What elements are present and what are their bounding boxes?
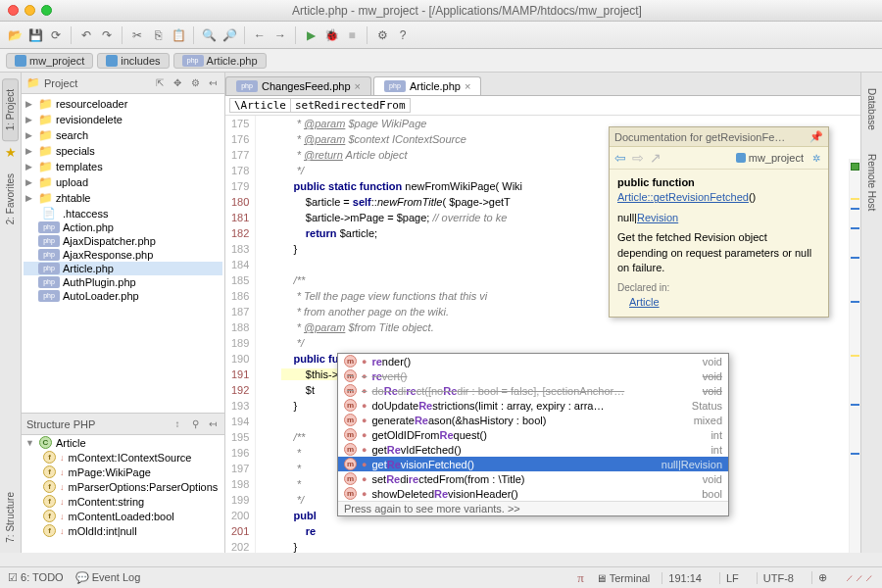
tree-folder[interactable]: ▶📁resourceloader (24, 96, 222, 112)
tab-article[interactable]: phpArticle.php× (373, 76, 481, 95)
doc-return-link[interactable]: Revision (637, 212, 678, 223)
replace-icon[interactable]: 🔎 (220, 26, 238, 44)
doc-title: Documentation for getRevisionFe… (614, 131, 809, 143)
structure-panel-header: Structure PHP ↕ ⚲ ↤ (22, 414, 224, 435)
documentation-popup: Documentation for getRevisionFe… 📌 ⇦ ⇨ ↗… (609, 126, 829, 318)
completion-item[interactable]: m●setRedirectedFrom(from : \Title)void (338, 471, 728, 486)
database-rail-button[interactable]: Database (864, 78, 879, 140)
hide-struct-icon[interactable]: ↤ (206, 417, 220, 431)
structure-rail-button[interactable]: 7: Structure (3, 482, 18, 553)
tree-file[interactable]: phpArticle.php (24, 262, 222, 275)
debug-icon[interactable]: 🐞 (322, 26, 340, 44)
target-icon[interactable]: ✥ (171, 76, 184, 90)
tree-file[interactable]: phpAction.php (24, 220, 222, 234)
find-icon[interactable]: 🔍 (200, 26, 218, 44)
line-ending[interactable]: LF (719, 572, 745, 584)
tree-file[interactable]: phpAjaxDispatcher.php (24, 234, 222, 248)
tree-folder[interactable]: ▶📁specials (24, 143, 222, 159)
doc-back-icon[interactable]: ⇦ (614, 150, 626, 166)
save-icon[interactable]: 💾 (26, 26, 44, 44)
project-rail-button[interactable]: 1: Project (2, 78, 19, 141)
nav-class[interactable]: \Article (229, 98, 291, 113)
project-panel-header: 📁Project ⇱ ✥ ⚙ ↤ (22, 73, 224, 94)
tree-folder[interactable]: ▶📁zhtable (24, 190, 222, 206)
collapse-icon[interactable]: ⇱ (153, 76, 167, 90)
tree-folder[interactable]: ▶📁upload (24, 174, 222, 190)
left-tool-rail: 1: Project ★ 2: Favorites 7: Structure (0, 73, 22, 553)
structure-tree[interactable]: ▼CArticle f↓mContext:IContextSourcef↓mPa… (22, 435, 224, 553)
struct-field[interactable]: f↓mContext:IContextSource (22, 450, 224, 465)
struct-field[interactable]: f↓mContentLoaded:bool (22, 509, 224, 523)
struct-field[interactable]: f↓mContent:string (22, 494, 224, 509)
sync-icon[interactable]: ⟳ (47, 26, 65, 44)
tab-changesfeed[interactable]: phpChangesFeed.php× (225, 76, 371, 95)
doc-declared-link[interactable]: Article (629, 296, 660, 308)
completion-item[interactable]: m●getRevisionFetched()null|Revision (338, 457, 728, 471)
tree-folder[interactable]: ▶📁templates (24, 159, 222, 174)
hide-icon[interactable]: ↤ (206, 76, 220, 90)
structure-title: Structure PHP (26, 418, 95, 430)
crumb-file[interactable]: phpArticle.php (173, 53, 267, 69)
struct-field[interactable]: f↓mPage:WikiPage (22, 465, 224, 479)
zoom-window-icon[interactable] (41, 5, 52, 16)
close-tab-icon[interactable]: × (465, 80, 470, 92)
favorites-rail-button[interactable]: 2: Favorites (3, 164, 18, 234)
doc-sig-link[interactable]: Article::getRevisionFetched (617, 191, 749, 203)
undo-icon[interactable]: ↶ (77, 26, 95, 44)
doc-ext-icon[interactable]: ↗ (650, 150, 662, 166)
breadcrumb: mw_project includes phpArticle.php (0, 49, 882, 73)
completion-hint: Press again to see more variants. >> (338, 501, 728, 515)
nav-bar: \Article setRedirectedFrom (225, 96, 860, 116)
sort-icon[interactable]: ↕ (171, 417, 184, 431)
todo-button[interactable]: ☑ 6: TODO (8, 571, 64, 584)
settings-icon[interactable]: ⚙ (373, 26, 391, 44)
tree-file[interactable]: 📄.htaccess (24, 206, 222, 220)
filter-icon[interactable]: ⚲ (188, 417, 202, 431)
insert-mode[interactable]: ⊕ (811, 571, 833, 584)
tree-file[interactable]: phpAjaxResponse.php (24, 248, 222, 262)
completion-item[interactable]: m●getRevIdFetched()int (338, 442, 728, 457)
struct-field[interactable]: f↓mParserOptions:ParserOptions (22, 479, 224, 494)
crumb-project[interactable]: mw_project (6, 53, 93, 69)
error-stripe[interactable] (849, 159, 860, 553)
nav-method[interactable]: setRedirectedFrom (290, 98, 411, 113)
paste-icon[interactable]: 📋 (170, 26, 187, 44)
close-tab-icon[interactable]: × (355, 80, 361, 92)
encoding[interactable]: UTF-8 (757, 572, 800, 584)
minimize-window-icon[interactable] (24, 5, 35, 16)
open-icon[interactable]: 📂 (6, 26, 24, 44)
forward-icon[interactable]: → (271, 26, 289, 44)
completion-item[interactable]: m●render()void (338, 354, 728, 368)
close-window-icon[interactable] (8, 5, 19, 16)
pin-icon[interactable]: 📌 (809, 130, 823, 143)
editor-tabs: phpChangesFeed.php× phpArticle.php× (225, 73, 860, 96)
copy-icon[interactable]: ⎘ (149, 26, 167, 44)
gear-icon[interactable]: ⚙ (188, 76, 202, 90)
help-icon[interactable]: ? (394, 26, 412, 44)
pi-icon[interactable]: π (577, 570, 584, 586)
completion-popup[interactable]: m●render()voidm●revert()voidm●doRedirect… (337, 353, 729, 516)
stop-icon[interactable]: ■ (343, 26, 361, 44)
completion-item[interactable]: m●doRedirect([noRedir : bool = false], [… (338, 383, 728, 398)
completion-item[interactable]: m●getOldIDFromRequest()int (338, 427, 728, 442)
completion-item[interactable]: m●generateReason(&hasHistory : bool)mixe… (338, 413, 728, 427)
back-icon[interactable]: ← (251, 26, 269, 44)
doc-gear-icon[interactable]: ✲ (809, 151, 823, 165)
cut-icon[interactable]: ✂ (128, 26, 146, 44)
project-tree[interactable]: ▶📁resourceloader▶📁revisiondelete▶📁search… (22, 94, 224, 413)
struct-field[interactable]: f↓mOldId:int|null (22, 523, 224, 538)
doc-forward-icon[interactable]: ⇨ (632, 150, 644, 166)
completion-item[interactable]: m●showDeletedRevisionHeader()bool (338, 486, 728, 501)
run-icon[interactable]: ▶ (302, 26, 319, 44)
terminal-button[interactable]: 🖥 Terminal (596, 572, 650, 584)
completion-item[interactable]: m●doUpdateRestrictions(limit : array, ex… (338, 398, 728, 413)
crumb-folder[interactable]: includes (97, 53, 169, 69)
tree-folder[interactable]: ▶📁search (24, 127, 222, 143)
redo-icon[interactable]: ↷ (98, 26, 116, 44)
tree-folder[interactable]: ▶📁revisiondelete (24, 112, 222, 127)
tree-file[interactable]: phpAuthPlugin.php (24, 275, 222, 289)
remote-rail-button[interactable]: Remote Host (864, 144, 879, 220)
tree-file[interactable]: phpAutoLoader.php (24, 289, 222, 303)
eventlog-button[interactable]: 💬 Event Log (75, 571, 141, 584)
completion-item[interactable]: m●revert()void (338, 368, 728, 383)
